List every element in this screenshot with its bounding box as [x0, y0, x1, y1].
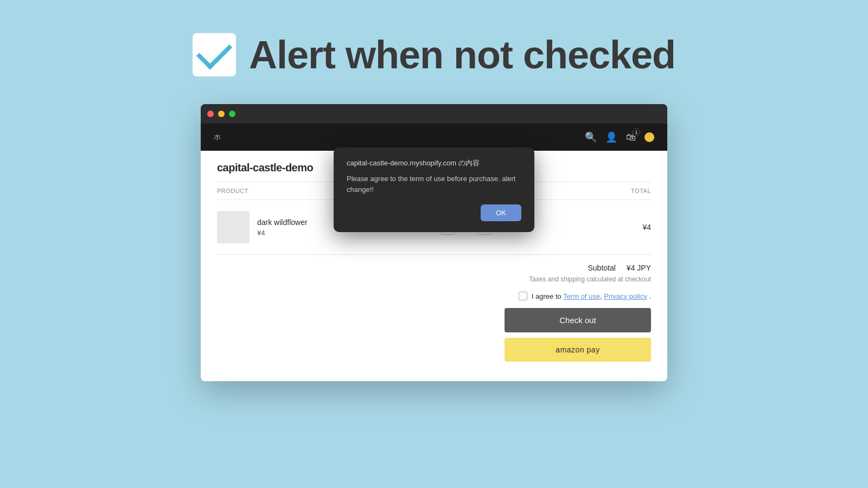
alert-title: capital-castle-demo.myshopify.com の内容: [347, 158, 521, 168]
browser-window: ホ 🔍 👤 🛍 1 capital-castle-demo PRODUCT TO…: [201, 104, 667, 381]
checkmark-icon: [193, 33, 236, 76]
alert-overlay: capital-castle-demo.myshopify.com の内容 Pl…: [201, 104, 667, 381]
alert-ok-button[interactable]: OK: [481, 204, 521, 221]
hero-title: Alert when not checked: [249, 33, 675, 77]
alert-buttons: OK: [347, 204, 521, 221]
alert-message: Please agree to the term of use before p…: [347, 174, 521, 195]
alert-dialog: capital-castle-demo.myshopify.com の内容 Pl…: [334, 147, 534, 232]
hero-section: Alert when not checked: [193, 33, 675, 77]
